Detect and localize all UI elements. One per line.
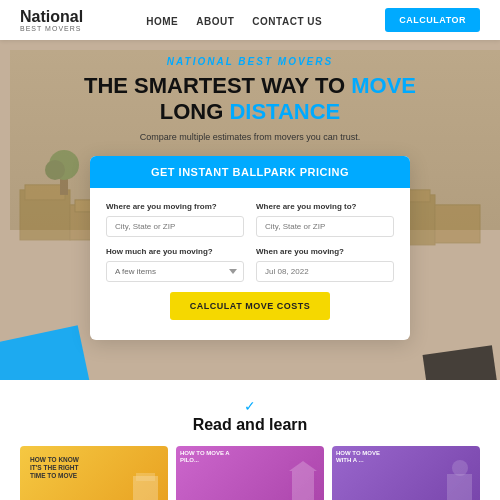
learn-card-2[interactable]: HOW TO MOVE A PILO... [176, 446, 324, 500]
svg-rect-14 [447, 474, 472, 500]
hero-title-line2: LONG DISTANCE [160, 99, 341, 124]
svg-rect-9 [435, 205, 480, 243]
svg-point-15 [452, 460, 468, 476]
svg-rect-12 [292, 471, 314, 500]
logo-subtitle: BEST MOVERS [20, 25, 83, 32]
hero-description: Compare multiple estimates from movers y… [20, 132, 480, 142]
label-amount: How much are you moving? [106, 247, 244, 256]
cards-row: HOW TO KNOW IT'S THE RIGHT TIME TO MOVE … [20, 446, 480, 500]
select-amount[interactable]: A few items Small apartment Large apartm… [106, 261, 244, 282]
nav-contact[interactable]: CONTACT US [252, 16, 322, 27]
hero-title: THE SMARTEST WAY TO MOVE LONG DISTANCE [20, 73, 480, 126]
form-group-amount: How much are you moving? A few items Sma… [106, 247, 244, 282]
card-2-label: HOW TO MOVE A PILO... [180, 450, 238, 464]
calculate-button[interactable]: CALCULAT MOVE COSTS [170, 292, 330, 320]
form-header: GET INSTANT BALLPARK PRICING [90, 156, 410, 188]
hero-highlight-distance: DISTANCE [229, 99, 340, 124]
label-to: Where are you moving to? [256, 202, 394, 211]
svg-marker-13 [289, 461, 317, 471]
hero-title-line1: THE SMARTEST WAY TO MOVE [84, 73, 416, 98]
form-body: Where are you moving from? Where are you… [90, 188, 410, 340]
form-group-to: Where are you moving to? [256, 202, 394, 237]
navbar: National BEST MOVERS HOME ABOUT CONTACT … [0, 0, 500, 40]
nav-links: HOME ABOUT CONTACT US [146, 11, 322, 29]
form-group-when: When are you moving? [256, 247, 394, 282]
input-from[interactable] [106, 216, 244, 237]
card-3-label: HOW TO MOVE WITH A ... [336, 450, 394, 464]
hero-highlight-move: MOVE [351, 73, 416, 98]
learn-section: ✓ Read and learn HOW TO KNOW IT'S THE RI… [0, 380, 500, 500]
svg-point-6 [45, 160, 65, 180]
pricing-form-card: GET INSTANT BALLPARK PRICING Where are y… [90, 156, 410, 340]
logo-name: National [20, 9, 83, 25]
nav-home[interactable]: HOME [146, 16, 178, 27]
form-row-location: Where are you moving from? Where are you… [106, 202, 394, 237]
svg-rect-1 [25, 185, 65, 200]
logo: National BEST MOVERS [20, 9, 83, 32]
input-to[interactable] [256, 216, 394, 237]
learn-card-1[interactable]: HOW TO KNOW IT'S THE RIGHT TIME TO MOVE [20, 446, 168, 500]
card-1-label: HOW TO KNOW IT'S THE RIGHT TIME TO MOVE [26, 452, 86, 484]
label-from: Where are you moving from? [106, 202, 244, 211]
hero-subtitle: NATIONAL BEST MOVERS [20, 56, 480, 67]
hero-content: NATIONAL BEST MOVERS THE SMARTEST WAY TO… [0, 40, 500, 142]
form-group-from: Where are you moving from? [106, 202, 244, 237]
section-title: Read and learn [20, 416, 480, 434]
input-when[interactable] [256, 261, 394, 282]
label-when: When are you moving? [256, 247, 394, 256]
form-row-details: How much are you moving? A few items Sma… [106, 247, 394, 282]
calculator-button[interactable]: CALCULATOR [385, 8, 480, 32]
learn-card-3[interactable]: HOW TO MOVE WITH A ... [332, 446, 480, 500]
hero-section: NATIONAL BEST MOVERS THE SMARTEST WAY TO… [0, 40, 500, 380]
nav-about[interactable]: ABOUT [196, 16, 234, 27]
svg-rect-11 [136, 473, 155, 481]
check-icon: ✓ [20, 398, 480, 414]
section-header: ✓ Read and learn [20, 398, 480, 434]
